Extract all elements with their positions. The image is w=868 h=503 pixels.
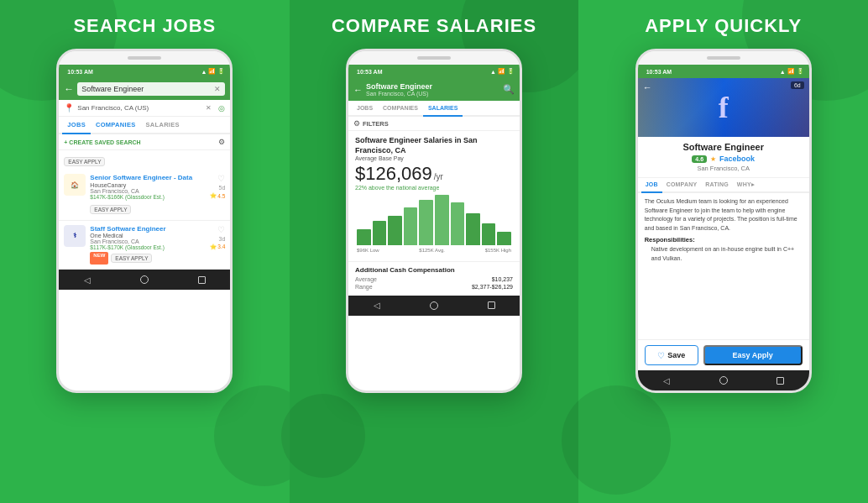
nav-square-btn-2[interactable] (485, 300, 497, 312)
p2-tabs: JOBS COMPANIES SALARIES (348, 101, 520, 117)
search-input-display[interactable]: Software Engineer ✕ (77, 82, 225, 96)
p2-search-icon[interactable]: 🔍 (503, 84, 515, 95)
star-icon: ⭐ (210, 192, 217, 199)
save-button-label: Save (667, 351, 685, 359)
clear-location-icon[interactable]: ✕ (206, 104, 212, 112)
filter-icon[interactable]: ⚙ (218, 138, 225, 146)
salary-section: Software Engineer Salaries in San Franci… (348, 131, 520, 261)
star-icon-2: ⭐ (210, 244, 217, 250)
additional-cash-title: Additional Cash Compensation (355, 266, 513, 274)
p2-filter-bar[interactable]: ⚙ FILTERS (348, 117, 520, 131)
chart-bar-1 (373, 221, 387, 244)
jobs-tabs: JOBS COMPANIES SALARIES (59, 117, 230, 134)
compare-salaries-panel: COMPARE SALARIES 10:53 AM ▲ 📶 🔋 ← Softwa… (290, 0, 579, 503)
status-time-1: 10:53 AM (67, 69, 92, 75)
filter-icon: ⚙ (353, 119, 360, 128)
chart-bar-2 (388, 216, 402, 245)
nav-back-btn-3[interactable]: ◁ (661, 375, 672, 386)
clear-icon[interactable]: ✕ (214, 85, 221, 93)
tab-salaries[interactable]: SALARIES (141, 117, 185, 133)
star-icon-p3: ★ (710, 155, 716, 163)
chart-bar-5 (435, 195, 449, 245)
wifi-icon-3: ▲ (780, 69, 786, 75)
create-saved-search[interactable]: + CREATE SAVED SEARCH (64, 139, 140, 145)
easy-apply-button[interactable]: Easy Apply (703, 345, 803, 365)
job-title-2: Staff Software Engineer (90, 225, 206, 233)
p3-tab-rating[interactable]: RATING (701, 178, 733, 191)
p3-tab-why[interactable]: WHY▸ (733, 178, 759, 191)
job-salary-1: $147K-$166K (Glassdoor Est.) (90, 194, 206, 200)
job-logo-2: ⚕ (64, 225, 86, 247)
wifi-icon-2: ▲ (490, 69, 496, 75)
phone-speaker-bar-2 (348, 51, 520, 65)
p3-responsibilities-label: Responsibilities: (645, 236, 803, 244)
phone-nav-bar-2: ◁ (348, 296, 520, 316)
average-cash-row: Average $10,237 (355, 276, 513, 282)
job-card-1[interactable]: 🏠 Senior Software Engineer - Data HouseC… (59, 170, 230, 221)
tab-jobs[interactable]: JOBS (62, 117, 91, 134)
save-job-2-icon[interactable]: ♡ (217, 225, 225, 234)
job-location-2: San Francisco, CA (90, 238, 206, 244)
company-hero-image: f 6d ← (638, 78, 809, 137)
p2-job-title: Software Engineer (366, 82, 499, 91)
gps-icon[interactable]: ◎ (218, 104, 225, 113)
signal-icon-2: 📶 (498, 68, 505, 75)
wifi-icon: ▲ (201, 69, 207, 75)
range-cash-row: Range $2,377-$26,129 (355, 284, 513, 290)
job-days-2: 3d (219, 236, 226, 242)
salary-bar-chart (355, 195, 513, 245)
save-heart-icon: ♡ (657, 351, 665, 360)
tab-companies[interactable]: COMPANIES (91, 117, 141, 133)
save-button[interactable]: ♡ Save (645, 345, 698, 365)
chart-bar-0 (357, 229, 371, 245)
salary-amount: $126,069 (355, 164, 432, 184)
apply-quickly-title: APPLY QUICKLY (645, 15, 802, 37)
range-value: $2,377-$26,129 (472, 284, 513, 290)
p2-tab-salaries[interactable]: SALARIES (423, 101, 463, 117)
phone-speaker-bar-3 (638, 51, 809, 65)
battery-icon-2: 🔋 (507, 68, 515, 75)
new-badge: NEW (90, 252, 108, 265)
phone-2: 10:53 AM ▲ 📶 🔋 ← Software Engineer San F… (346, 49, 522, 393)
p2-tab-jobs[interactable]: JOBS (352, 101, 378, 115)
p3-company-name: Facebook (719, 155, 755, 163)
back-arrow-icon[interactable]: ← (64, 83, 74, 95)
nav-home-btn-3[interactable] (718, 375, 729, 386)
nav-home-btn-2[interactable] (428, 300, 440, 312)
status-time-2: 10:53 AM (357, 69, 382, 75)
easy-apply-badge-1: EASY APPLY (90, 205, 131, 214)
p3-job-content: Software Engineer 4.6 ★ Facebook San Fra… (638, 137, 809, 178)
status-bar-3: 10:53 AM ▲ 📶 🔋 (638, 65, 809, 78)
signal-icon-3: 📶 (787, 68, 795, 75)
phone-nav-bar-3: ◁ (638, 370, 809, 390)
action-bar: + CREATE SAVED SEARCH ⚙ (59, 134, 230, 150)
nav-home-btn-1[interactable] (139, 274, 150, 286)
chart-label-avg: $125K Avg. (419, 248, 445, 253)
save-job-1-icon[interactable]: ♡ (217, 174, 225, 183)
p3-back-arrow-icon[interactable]: ← (643, 82, 652, 92)
p3-tabs: JOB COMPANY RATING WHY▸ (638, 178, 809, 193)
nav-square-btn-1[interactable] (196, 274, 207, 286)
p3-tab-job[interactable]: JOB (641, 178, 662, 193)
p2-tab-companies[interactable]: COMPANIES (378, 101, 423, 115)
status-icons-1: ▲ 📶 🔋 (201, 68, 225, 75)
p3-company-location: San Francisco, CA (645, 165, 803, 172)
easy-apply-badge-top: EASY APPLY (64, 157, 105, 166)
nav-square-btn-3[interactable] (775, 375, 787, 386)
avg-label: Average (355, 276, 377, 282)
search-bar: ← Software Engineer ✕ (59, 78, 230, 100)
nav-back-btn-1[interactable]: ◁ (81, 274, 93, 286)
p2-back-arrow-icon[interactable]: ← (353, 85, 363, 95)
battery-icon-3: 🔋 (797, 68, 804, 75)
chart-bar-9 (497, 232, 511, 245)
phone-1: 10:53 AM ▲ 📶 🔋 ← Software Engineer ✕ 📍 S… (56, 49, 233, 393)
status-time-3: 10:53 AM (646, 69, 672, 75)
job-salary-2: $117K-$170K (Glassdoor Est.) (90, 244, 206, 250)
job-card-2[interactable]: ⚕ Staff Software Engineer One Medical Sa… (59, 221, 230, 270)
p3-tab-company[interactable]: COMPANY (662, 178, 702, 191)
nav-back-btn-2[interactable]: ◁ (371, 300, 383, 312)
chart-bar-4 (419, 200, 433, 245)
phone-nav-bar-1: ◁ (59, 270, 230, 290)
status-icons-3: ▲ 📶 🔋 (780, 68, 804, 75)
phone-3: 10:53 AM ▲ 📶 🔋 f 6d ← Software Engineer … (635, 49, 812, 393)
